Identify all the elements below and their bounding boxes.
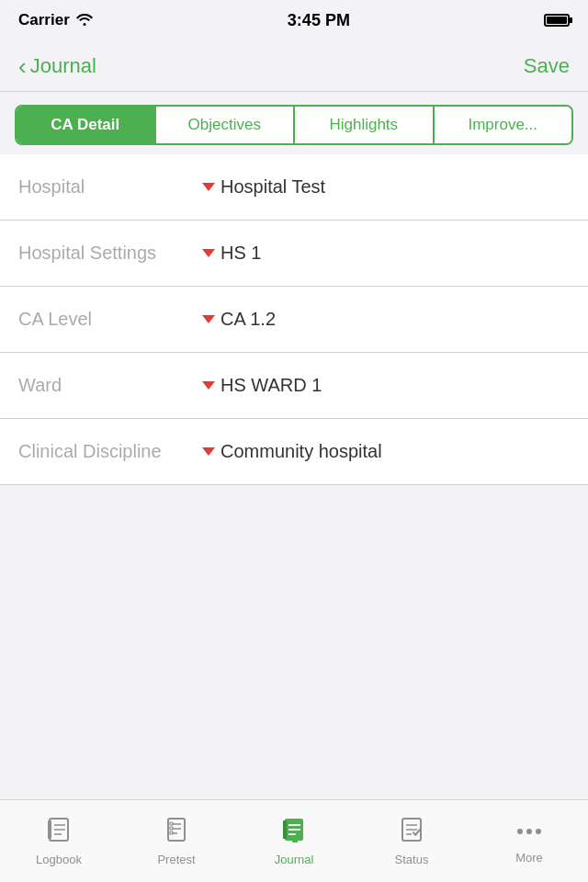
segment-tabs: CA Detail Objectives Highlights Improve.…	[15, 105, 573, 145]
svg-rect-13	[283, 820, 287, 839]
navigation-bar: ‹ Journal Save	[0, 40, 588, 92]
clinical-discipline-dropdown-icon	[202, 447, 215, 456]
logbook-tab-label: Logbook	[36, 853, 82, 866]
tab-ca-detail[interactable]: CA Detail	[17, 107, 156, 143]
carrier-info: Carrier	[18, 11, 94, 29]
journal-tab-label: Journal	[275, 853, 314, 866]
clinical-discipline-value-container: Community hospital	[202, 441, 382, 462]
ca-level-dropdown-icon	[202, 315, 215, 323]
journal-icon	[280, 816, 308, 847]
wifi-icon	[75, 11, 94, 29]
tab-journal[interactable]: Journal	[235, 808, 353, 874]
status-tab-label: Status	[395, 853, 429, 866]
tab-more[interactable]: More	[470, 810, 588, 872]
tab-status[interactable]: Status	[353, 808, 470, 874]
ca-level-value-container: CA 1.2	[202, 309, 276, 330]
more-icon	[517, 818, 541, 845]
tab-objectives[interactable]: Objectives	[156, 107, 296, 143]
svg-rect-9	[170, 822, 173, 825]
status-bar: Carrier 3:45 PM	[0, 0, 588, 40]
tab-logbook[interactable]: Logbook	[0, 808, 118, 874]
ca-level-label: CA Level	[18, 309, 202, 330]
save-button[interactable]: Save	[524, 54, 570, 78]
back-button[interactable]: ‹ Journal	[18, 54, 96, 78]
status-icon	[398, 816, 425, 847]
logbook-icon	[45, 816, 73, 847]
back-chevron-icon: ‹	[18, 54, 27, 78]
battery-area	[544, 14, 570, 27]
pretest-tab-label: Pretest	[157, 853, 195, 866]
ward-value: HS WARD 1	[220, 375, 322, 396]
pretest-icon	[163, 816, 190, 847]
hospital-settings-value: HS 1	[220, 243, 261, 264]
ward-row[interactable]: Ward HS WARD 1	[0, 353, 588, 419]
ward-value-container: HS WARD 1	[202, 375, 322, 396]
svg-rect-10	[170, 827, 173, 830]
hospital-settings-dropdown-icon	[202, 249, 215, 257]
hospital-dropdown-icon	[202, 183, 215, 191]
hospital-label: Hospital	[18, 176, 202, 198]
hospital-value-container: Hospital Test	[202, 176, 325, 198]
hospital-value: Hospital Test	[220, 176, 325, 198]
tab-pretest[interactable]: Pretest	[118, 808, 235, 874]
hospital-row[interactable]: Hospital Hospital Test	[0, 154, 588, 220]
svg-rect-1	[48, 820, 51, 839]
back-label: Journal	[30, 54, 96, 78]
more-tab-label: More	[515, 851, 543, 865]
clinical-discipline-row[interactable]: Clinical Discipline Community hospital	[0, 419, 588, 485]
svg-rect-17	[292, 838, 298, 842]
hospital-settings-label: Hospital Settings	[18, 243, 202, 264]
battery-icon	[544, 14, 570, 27]
tab-improve[interactable]: Improve...	[435, 107, 572, 143]
time-display: 3:45 PM	[288, 11, 350, 30]
segment-container: CA Detail Objectives Highlights Improve.…	[0, 92, 588, 154]
ward-dropdown-icon	[202, 381, 215, 390]
form-content: Hospital Hospital Test Hospital Settings…	[0, 154, 588, 485]
tab-highlights[interactable]: Highlights	[295, 107, 435, 143]
ca-level-value: CA 1.2	[220, 309, 276, 330]
ward-label: Ward	[18, 375, 202, 396]
clinical-discipline-label: Clinical Discipline	[18, 441, 202, 462]
hospital-settings-value-container: HS 1	[202, 243, 261, 264]
svg-rect-11	[170, 831, 173, 834]
ca-level-row[interactable]: CA Level CA 1.2	[0, 287, 588, 353]
clinical-discipline-value: Community hospital	[220, 441, 382, 462]
carrier-label: Carrier	[18, 11, 70, 29]
tab-bar: Logbook Pretest	[0, 799, 588, 882]
hospital-settings-row[interactable]: Hospital Settings HS 1	[0, 220, 588, 287]
